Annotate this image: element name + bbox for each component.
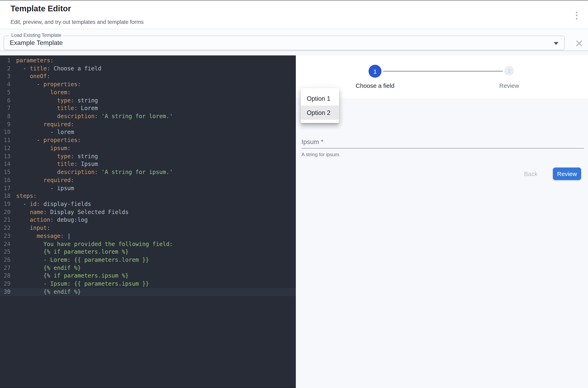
code-line[interactable]: 2 - title: Choose a field xyxy=(0,65,296,73)
line-number: 20 xyxy=(0,208,11,216)
code-line-text: type: string xyxy=(16,97,98,104)
more-vert-icon[interactable] xyxy=(571,10,582,21)
line-number: 9 xyxy=(0,121,11,128)
code-line[interactable]: 9 required: xyxy=(0,121,296,128)
code-line[interactable]: 23 message: | xyxy=(0,232,296,240)
ipsum-field-underline[interactable] xyxy=(302,148,584,148)
code-line[interactable]: 18steps: xyxy=(0,192,296,200)
line-number: 23 xyxy=(0,232,11,240)
step-2-label: Review xyxy=(469,82,550,89)
code-line-text: - lorem xyxy=(16,128,74,136)
load-template-select[interactable]: Load Existing Template Example Template xyxy=(4,36,565,50)
code-line-text: - Lorem: {{ parameters.lorem }} xyxy=(16,256,149,264)
line-number: 17 xyxy=(0,184,11,192)
code-line-text: You have provided the following field: xyxy=(16,240,173,248)
menu-item-option-2[interactable]: Option 2 xyxy=(301,106,339,120)
code-line-text: {% if parameters.ipsum %} xyxy=(16,272,129,280)
close-icon xyxy=(575,39,583,47)
code-line-text: parameters: xyxy=(16,57,54,65)
line-number: 21 xyxy=(0,216,11,224)
code-line[interactable]: 20 name: Display Selected Fields xyxy=(0,208,296,216)
line-number: 14 xyxy=(0,160,11,168)
code-line[interactable]: 11 - properties: xyxy=(0,136,296,144)
code-line[interactable]: 1parameters: xyxy=(0,57,296,65)
review-button[interactable]: Review xyxy=(553,168,581,180)
clear-template-button[interactable] xyxy=(575,39,583,47)
code-line-text: steps: xyxy=(16,192,37,200)
code-line[interactable]: 19 - id: display-fields xyxy=(0,200,296,208)
line-number: 24 xyxy=(0,240,11,248)
code-line[interactable]: 6 type: string xyxy=(0,97,296,104)
code-line-text: title: Lorem xyxy=(16,105,98,113)
line-number: 12 xyxy=(0,145,11,152)
line-number: 2 xyxy=(0,65,11,73)
code-line-text: oneOf: xyxy=(16,73,50,80)
code-line[interactable]: 3 oneOf: xyxy=(0,73,296,80)
code-line-text: name: Display Selected Fields xyxy=(16,208,129,216)
code-line[interactable]: 5 lorem: xyxy=(0,89,296,97)
line-number: 16 xyxy=(0,176,11,184)
line-number: 28 xyxy=(0,272,11,280)
code-line-text: ipsum: xyxy=(16,145,71,152)
code-line-text: message: | xyxy=(16,232,71,240)
code-line[interactable]: 15 description: 'A string for ipsum.' xyxy=(0,168,296,176)
caret-down-icon xyxy=(554,42,559,45)
ipsum-field[interactable]: Ipsum * A string for ipsum. xyxy=(302,138,584,157)
code-line[interactable]: 26 - Lorem: {{ parameters.lorem }} xyxy=(0,256,296,264)
template-loader-bar: Load Existing Template Example Template xyxy=(0,29,588,51)
code-line[interactable]: 27 {% endif %} xyxy=(0,264,296,272)
code-line[interactable]: 7 title: Lorem xyxy=(0,105,296,113)
code-line-text: - Ipsum: {{ parameters.ipsum }} xyxy=(16,280,149,288)
load-template-select-value: Example Template xyxy=(10,39,63,47)
line-number: 4 xyxy=(0,80,11,88)
code-line[interactable]: 22 input: xyxy=(0,224,296,232)
field-options-menu: Option 1Option 2 xyxy=(301,88,339,123)
code-line[interactable]: 30 {% endif %} xyxy=(0,288,296,296)
line-number: 19 xyxy=(0,200,11,208)
ipsum-field-label: Ipsum * xyxy=(302,138,584,146)
workspace: 1parameters:2 - title: Choose a field3 o… xyxy=(0,51,588,388)
code-line-text: required: xyxy=(16,121,74,128)
step-1-circle: 1 xyxy=(369,65,381,78)
form-preview-panel: 1 2 Choose a field Review Option 1Option… xyxy=(296,55,588,388)
code-line[interactable]: 10 - lorem xyxy=(0,128,296,136)
code-line[interactable]: 25 {% if parameters.lorem %} xyxy=(0,248,296,256)
code-line[interactable]: 14 title: Ipsum xyxy=(0,160,296,168)
step-2-number: 2 xyxy=(508,68,511,74)
menu-item-option-1[interactable]: Option 1 xyxy=(301,92,339,106)
line-number: 27 xyxy=(0,264,11,272)
line-number: 15 xyxy=(0,168,11,176)
code-line[interactable]: 24 You have provided the following field… xyxy=(0,240,296,248)
code-line[interactable]: 28 {% if parameters.ipsum %} xyxy=(0,272,296,280)
code-line[interactable]: 17 - ipsum xyxy=(0,184,296,192)
code-line-text: input: xyxy=(16,224,50,232)
page-title: Template Editor xyxy=(11,4,71,13)
line-number: 7 xyxy=(0,105,11,113)
line-number: 8 xyxy=(0,113,11,120)
line-number: 10 xyxy=(0,128,11,136)
line-number: 18 xyxy=(0,192,11,200)
code-line-text: {% if parameters.lorem %} xyxy=(16,248,129,256)
code-line[interactable]: 12 ipsum: xyxy=(0,145,296,152)
line-number: 22 xyxy=(0,224,11,232)
code-line-text: - title: Choose a field xyxy=(16,65,101,73)
code-line-text: {% endif %} xyxy=(16,288,81,296)
code-line[interactable]: 4 - properties: xyxy=(0,80,296,88)
code-line-text: required: xyxy=(16,176,74,184)
code-editor[interactable]: 1parameters:2 - title: Choose a field3 o… xyxy=(0,55,296,388)
code-line[interactable]: 8 description: 'A string for lorem.' xyxy=(0,113,296,120)
code-line-text: title: Ipsum xyxy=(16,160,98,168)
step-1-number: 1 xyxy=(373,68,377,75)
code-line-text: - ipsum xyxy=(16,184,74,192)
back-button[interactable]: Back xyxy=(522,170,540,178)
code-line-text: - properties: xyxy=(16,136,81,144)
code-line[interactable]: 16 required: xyxy=(0,176,296,184)
code-line-text: lorem: xyxy=(16,89,71,97)
code-line[interactable]: 21 action: debug:log xyxy=(0,216,296,224)
code-line[interactable]: 29 - Ipsum: {{ parameters.ipsum }} xyxy=(0,280,296,288)
line-number: 13 xyxy=(0,152,11,160)
page-header: Template Editor Edit, preview, and try o… xyxy=(0,0,588,29)
code-line[interactable]: 13 type: string xyxy=(0,152,296,160)
template-editor-app: Template Editor Edit, preview, and try o… xyxy=(0,0,588,388)
step-1-label: Choose a field xyxy=(335,82,415,89)
